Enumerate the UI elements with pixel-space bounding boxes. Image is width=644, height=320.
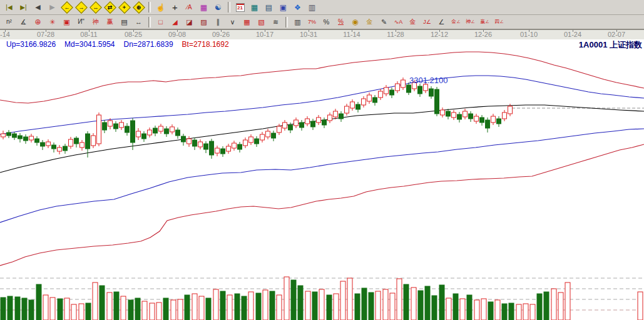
- volume-bar: [270, 291, 275, 320]
- gann-fan-tool[interactable]: ◢: [168, 16, 182, 28]
- shen-angle-tool[interactable]: 神∠: [463, 16, 478, 28]
- volume-bar: [305, 291, 310, 320]
- candle-body: [407, 85, 411, 92]
- axis-date-label: 10-31: [300, 31, 317, 38]
- pan-left-button[interactable]: ←: [59, 1, 74, 14]
- gold-tool[interactable]: 金: [406, 16, 420, 28]
- volume-bar: [206, 298, 211, 320]
- starburst-tool[interactable]: ✳: [45, 16, 59, 28]
- candle-body: [18, 136, 23, 139]
- network-button[interactable]: ❖: [290, 1, 305, 14]
- j-angle-tool[interactable]: J∠: [420, 16, 434, 28]
- pencil-flag-tool[interactable]: ✎: [377, 16, 391, 28]
- candle-body: [503, 112, 507, 119]
- gold-line-tool[interactable]: 金: [362, 16, 377, 28]
- goto-start-button[interactable]: |◀: [2, 1, 16, 14]
- volume-bar: [558, 292, 563, 320]
- axis-date-label: -14: [0, 31, 10, 38]
- candle-body: [29, 136, 34, 140]
- percent-tool[interactable]: %: [319, 16, 334, 28]
- volume-bar: [29, 300, 34, 320]
- candle-body: [153, 128, 158, 133]
- axis-date-label: 12-26: [474, 31, 492, 38]
- calendar-button[interactable]: 21: [233, 1, 247, 14]
- red-grid-tool[interactable]: ▦: [240, 16, 254, 28]
- n-squared-tool[interactable]: n²: [2, 16, 16, 28]
- volume-bar: [460, 299, 465, 320]
- price-volume-chart[interactable]: 3301.2100: [0, 39, 644, 320]
- angle-mirror-tool[interactable]: ∡: [16, 16, 31, 28]
- angle-line-tool[interactable]: ∠: [434, 16, 449, 28]
- ruler-123-tool[interactable]: ▤: [117, 16, 131, 28]
- candle-body: [198, 142, 203, 147]
- compass-circle-tool[interactable]: ⊕: [31, 16, 45, 28]
- volume-bar: [79, 304, 84, 320]
- volume-bar: [432, 296, 437, 320]
- percent-line-tool[interactable]: %: [334, 16, 348, 28]
- fit-all-button[interactable]: ⊕: [131, 1, 146, 14]
- shen-grid-tool[interactable]: 神: [88, 16, 103, 28]
- parallel-lines-tool[interactable]: ∥: [211, 16, 225, 28]
- candle-body: [305, 119, 310, 124]
- print-button[interactable]: ▥: [305, 1, 319, 14]
- save-button[interactable]: ▣: [276, 1, 290, 14]
- candle-body: [69, 139, 73, 146]
- seven-percent-tool[interactable]: 7%: [305, 16, 319, 28]
- hatch-lines-tool[interactable]: ≋: [268, 16, 283, 28]
- notes-button[interactable]: ▤: [262, 1, 276, 14]
- candle-body: [339, 114, 344, 119]
- box-tool[interactable]: □: [153, 16, 168, 28]
- candle-body: [289, 125, 293, 130]
- axis-date-label: 10-17: [256, 31, 273, 38]
- cycle-tool-button[interactable]: ☯: [211, 1, 225, 14]
- drawing-toolbar: n²∡⊕✳▣И"神赢▤↔□◢◪▨∥∨▦▧≋▥7%%%◉金✎∿A金J∠∠金∠神∠赢…: [0, 15, 644, 29]
- toolbar-separator: [148, 17, 151, 28]
- volume-bar: [488, 302, 493, 320]
- wave-a-tool[interactable]: ∿A: [391, 16, 406, 28]
- candle-body: [418, 86, 422, 94]
- calculator-button[interactable]: ▦: [247, 1, 262, 14]
- measure-width-tool[interactable]: ↔: [131, 16, 146, 28]
- n-quote-tool[interactable]: И": [74, 16, 88, 28]
- volume-bar: [291, 280, 296, 320]
- crosshair-tool-button[interactable]: +: [168, 1, 182, 14]
- symbol-code: 1A0001: [579, 40, 608, 49]
- square-star-tool[interactable]: ▣: [59, 16, 74, 28]
- expand-scale-button-icon: +: [118, 1, 131, 14]
- candle-body: [1, 134, 6, 137]
- candle-body: [322, 120, 327, 125]
- step-forward-button[interactable]: ▶: [45, 1, 59, 14]
- volume-bar: [638, 292, 643, 320]
- volume-bar: [128, 300, 133, 320]
- candle-body: [491, 116, 496, 122]
- volume-bar: [516, 304, 521, 320]
- step-back-button[interactable]: ◀: [31, 1, 45, 14]
- compress-scale-button[interactable]: ⇄: [103, 1, 117, 14]
- goto-end-button[interactable]: ▶|: [16, 1, 31, 14]
- volume-bar: [220, 291, 225, 320]
- stats-bars-tool[interactable]: ▥: [290, 16, 305, 28]
- candle-body: [91, 136, 96, 146]
- boxed-grid-tool[interactable]: ▨: [197, 16, 211, 28]
- gold-angle-tool[interactable]: 金∠: [449, 16, 463, 28]
- grid-arrow-tool[interactable]: ▧: [254, 16, 268, 28]
- volume-bar: [495, 300, 500, 320]
- hand-tool-button[interactable]: ☝: [153, 1, 168, 14]
- gold-coin-tool[interactable]: ◉: [348, 16, 362, 28]
- candle-body: [435, 89, 439, 114]
- ying-grid-tool[interactable]: 赢: [103, 16, 117, 28]
- boxed-fan-tool[interactable]: ◪: [182, 16, 197, 28]
- zoom-horizontal-button[interactable]: ↔: [88, 1, 103, 14]
- ying-angle-tool[interactable]: 赢∠: [478, 16, 492, 28]
- volume-bar: [248, 292, 253, 320]
- upper-red-band: [0, 52, 644, 103]
- pattern-tool-button[interactable]: ▦: [197, 1, 211, 14]
- expand-scale-button[interactable]: +: [117, 1, 131, 14]
- volume-bar: [284, 277, 289, 320]
- zigzag-tool[interactable]: ∨: [225, 16, 240, 28]
- volume-bar: [347, 278, 352, 320]
- trendline-a-tool-button[interactable]: ∕A: [182, 1, 197, 14]
- pan-right-button[interactable]: →: [74, 1, 88, 14]
- si-angle-tool[interactable]: 四∠: [492, 16, 506, 28]
- axis-date-label: 11-14: [343, 31, 360, 38]
